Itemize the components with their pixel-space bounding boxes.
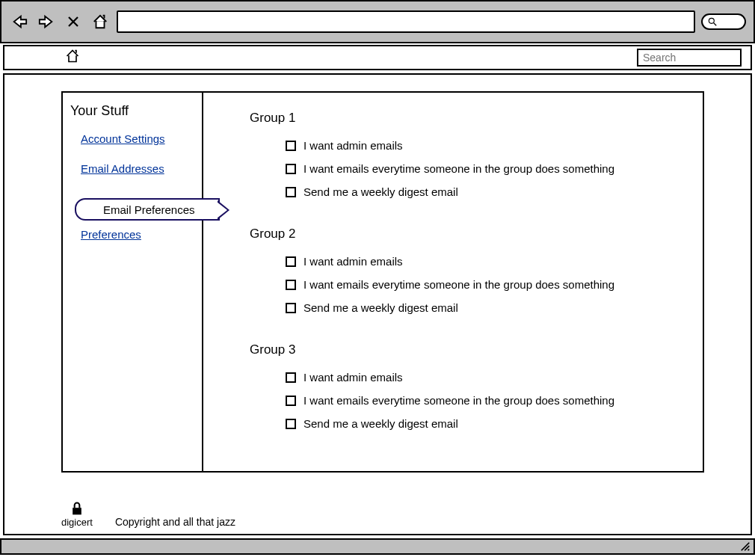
option-label: I want admin emails: [303, 139, 403, 152]
option-label: I want emails everytime someone in the g…: [303, 162, 614, 175]
checkbox-icon[interactable]: [286, 372, 296, 383]
main-panel: Group 1 I want admin emails I want email…: [203, 91, 704, 473]
group-1: Group 1 I want admin emails I want email…: [286, 111, 680, 198]
page-frame: Your Stuff Account Settings Email Addres…: [3, 73, 752, 535]
option-label: I want admin emails: [303, 371, 403, 384]
sidebar-link-preferences[interactable]: Preferences: [81, 228, 141, 241]
checkbox-icon[interactable]: [286, 280, 296, 290]
checkbox-row[interactable]: I want admin emails: [286, 371, 680, 384]
home-icon: [64, 49, 81, 64]
checkbox-icon[interactable]: [286, 419, 296, 429]
search-input[interactable]: [637, 49, 742, 67]
checkbox-row[interactable]: Send me a weekly digest email: [286, 185, 680, 198]
checkbox-icon[interactable]: [286, 303, 296, 313]
url-input[interactable]: [117, 10, 695, 33]
checkbox-row[interactable]: I want admin emails: [286, 139, 680, 152]
app-home-button[interactable]: [64, 49, 81, 67]
option-label: Send me a weekly digest email: [303, 301, 458, 314]
lock-icon: [70, 500, 84, 517]
checkbox-row[interactable]: I want admin emails: [286, 255, 680, 268]
page-footer: digicert Copyright and all that jazz: [61, 500, 235, 528]
browser-toolbar: [0, 0, 755, 43]
option-label: I want emails everytime someone in the g…: [303, 394, 614, 407]
resize-grip-icon[interactable]: [740, 541, 751, 552]
sidebar-active-tab-email-preferences[interactable]: Email Preferences: [75, 198, 220, 221]
sidebar-link-email-addresses[interactable]: Email Addresses: [81, 162, 164, 175]
option-label: Send me a weekly digest email: [303, 417, 458, 430]
option-label: I want emails everytime someone in the g…: [303, 278, 614, 291]
sidebar-title: Your Stuff: [70, 103, 194, 119]
group-3: Group 3 I want admin emails I want email…: [286, 342, 680, 430]
sidebar-link-account-settings[interactable]: Account Settings: [81, 132, 165, 145]
browser-search-button[interactable]: [701, 13, 746, 30]
checkbox-row[interactable]: Send me a weekly digest email: [286, 417, 680, 430]
status-bar: [0, 538, 755, 555]
group-title: Group 3: [250, 342, 680, 357]
group-title: Group 2: [250, 227, 680, 241]
checkbox-icon[interactable]: [286, 141, 296, 151]
checkbox-row[interactable]: I want emails everytime someone in the g…: [286, 162, 680, 175]
checkbox-icon[interactable]: [286, 256, 296, 267]
arrow-left-icon: [10, 13, 29, 30]
arrow-right-icon: [37, 13, 56, 30]
sidebar: Your Stuff Account Settings Email Addres…: [61, 91, 203, 473]
active-tab-label: Email Preferences: [103, 203, 195, 216]
home-icon: [91, 13, 109, 30]
checkbox-row[interactable]: Send me a weekly digest email: [286, 301, 680, 314]
checkbox-row[interactable]: I want emails everytime someone in the g…: [286, 394, 680, 407]
cert-badge: digicert: [61, 500, 93, 528]
checkbox-icon[interactable]: [286, 396, 296, 406]
stop-button[interactable]: [63, 13, 84, 31]
checkbox-icon[interactable]: [286, 187, 296, 197]
x-icon: [67, 15, 80, 28]
back-button[interactable]: [9, 13, 30, 31]
svg-rect-1: [73, 508, 81, 514]
group-title: Group 1: [250, 111, 680, 126]
option-label: Send me a weekly digest email: [303, 185, 458, 198]
checkbox-icon[interactable]: [286, 164, 296, 174]
svg-point-0: [709, 18, 714, 23]
cert-label: digicert: [61, 517, 93, 528]
group-2: Group 2 I want admin emails I want email…: [286, 227, 680, 314]
checkbox-row[interactable]: I want emails everytime someone in the g…: [286, 278, 680, 291]
magnifier-icon: [707, 16, 718, 27]
browser-home-button[interactable]: [90, 13, 111, 31]
forward-button[interactable]: [36, 13, 57, 31]
app-top-bar: [3, 45, 752, 70]
option-label: I want admin emails: [303, 255, 403, 268]
copyright-text: Copyright and all that jazz: [115, 516, 235, 528]
